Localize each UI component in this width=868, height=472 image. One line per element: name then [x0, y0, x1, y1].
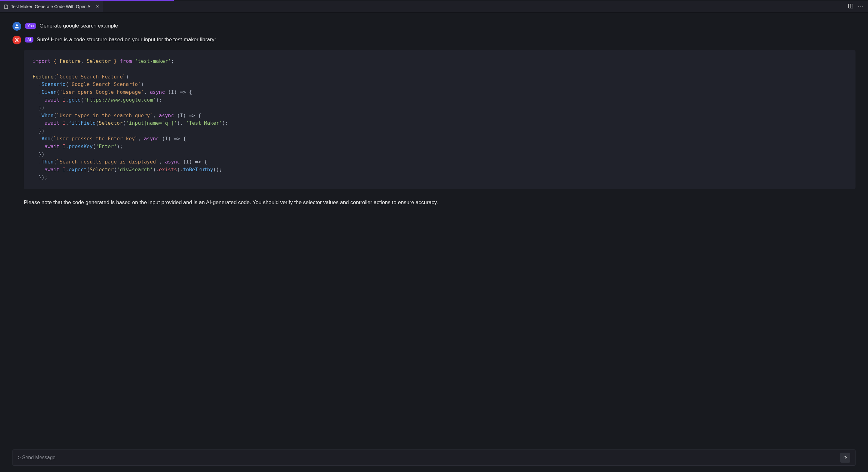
- file-icon: [4, 4, 8, 9]
- editor-tab[interactable]: Test Maker: Generate Code With Open AI ×: [0, 1, 103, 12]
- close-icon[interactable]: ×: [96, 4, 99, 9]
- ai-badge: AI: [25, 37, 33, 42]
- ai-follow-note: Please note that the code generated is b…: [24, 199, 856, 207]
- user-message-text: Generate google search example: [39, 22, 118, 30]
- you-badge: You: [25, 23, 36, 29]
- tab-title: Test Maker: Generate Code With Open AI: [11, 4, 92, 9]
- ai-message-text: Sure! Here is a code structure based on …: [36, 36, 216, 44]
- more-actions-icon[interactable]: ···: [858, 4, 864, 9]
- send-button[interactable]: [840, 453, 850, 463]
- svg-point-2: [16, 24, 18, 26]
- message-input-bar: [12, 449, 856, 466]
- ai-avatar-icon: [12, 36, 21, 45]
- user-avatar-icon: [12, 22, 21, 31]
- input-bar-wrap: [12, 449, 856, 466]
- tab-actions: ···: [848, 3, 868, 10]
- code-block: import { Feature, Selector } from 'test-…: [24, 50, 856, 189]
- user-message-row: You Generate google search example: [12, 22, 856, 31]
- chat-area: You Generate google search example AI Su…: [0, 12, 868, 448]
- tab-bar: Test Maker: Generate Code With Open AI ×…: [0, 1, 868, 12]
- message-input[interactable]: [18, 455, 840, 461]
- ai-message-row: AI Sure! Here is a code structure based …: [12, 36, 856, 45]
- split-editor-icon[interactable]: [848, 3, 853, 10]
- arrow-up-icon: [843, 455, 848, 460]
